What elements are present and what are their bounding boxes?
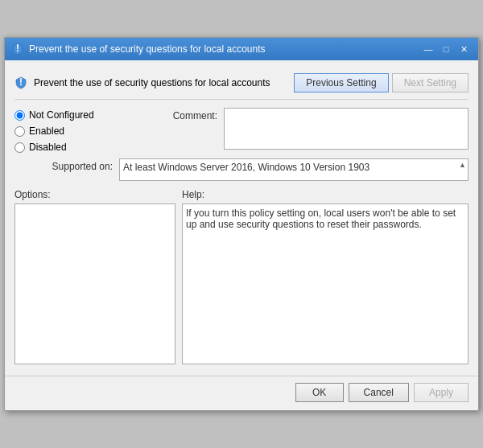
comment-area: Comment: <box>119 108 469 158</box>
radio-not-configured-input[interactable] <box>14 110 25 121</box>
header-bar: ! Prevent the use of security questions … <box>14 67 469 100</box>
radio-not-configured-label: Not Configured <box>29 109 94 121</box>
title-bar-left: ! Prevent the use of security questions … <box>11 43 266 55</box>
minimize-button[interactable]: — <box>420 42 436 56</box>
supported-text: At least Windows Server 2016, Windows 10… <box>123 162 369 173</box>
help-title: Help: <box>182 189 469 200</box>
previous-setting-button[interactable]: Previous Setting <box>294 73 388 92</box>
supported-value: At least Windows Server 2016, Windows 10… <box>119 158 469 181</box>
comment-box <box>224 108 469 152</box>
cancel-button[interactable]: Cancel <box>349 383 409 402</box>
radio-not-configured[interactable]: Not Configured <box>14 109 113 121</box>
title-controls: — □ ✕ <box>420 42 472 56</box>
close-button[interactable]: ✕ <box>456 42 472 56</box>
supported-row: Supported on: At least Windows Server 20… <box>14 158 469 181</box>
supported-label: Supported on: <box>14 158 119 172</box>
options-title: Options: <box>14 189 175 200</box>
comment-row: Comment: <box>119 108 469 152</box>
radio-comment-area: Not Configured Enabled Disabled Comment: <box>14 108 469 158</box>
help-text: If you turn this policy setting on, loca… <box>186 208 456 230</box>
next-setting-button[interactable]: Next Setting <box>392 73 469 92</box>
left-panel: Not Configured Enabled Disabled <box>14 108 119 158</box>
svg-text:!: ! <box>19 76 23 88</box>
radio-group: Not Configured Enabled Disabled <box>14 109 113 153</box>
header-title-area: ! Prevent the use of security questions … <box>14 76 294 89</box>
svg-text:!: ! <box>16 43 19 54</box>
footer: OK Cancel Apply <box>5 376 478 410</box>
radio-enabled[interactable]: Enabled <box>14 125 113 137</box>
window-title: Prevent the use of security questions fo… <box>29 43 266 55</box>
options-section: Options: <box>14 189 175 364</box>
options-box <box>14 203 175 364</box>
header-buttons: Previous Setting Next Setting <box>294 73 469 92</box>
comment-label: Comment: <box>119 108 224 121</box>
radio-disabled[interactable]: Disabled <box>14 142 113 153</box>
radio-disabled-input[interactable] <box>14 142 25 153</box>
help-box: If you turn this policy setting on, loca… <box>182 203 469 364</box>
radio-enabled-label: Enabled <box>29 125 64 137</box>
header-title-text: Prevent the use of security questions fo… <box>34 77 270 88</box>
main-window: ! Prevent the use of security questions … <box>4 37 479 411</box>
title-bar: ! Prevent the use of security questions … <box>5 38 478 60</box>
header-shield-icon: ! <box>14 76 27 89</box>
radio-disabled-label: Disabled <box>29 142 67 153</box>
comment-textarea[interactable] <box>224 108 469 150</box>
help-section: Help: If you turn this policy setting on… <box>182 189 469 364</box>
ok-button[interactable]: OK <box>295 383 344 402</box>
window-icon: ! <box>11 43 24 55</box>
scroll-up-icon: ▲ <box>459 161 466 169</box>
apply-button[interactable]: Apply <box>414 383 469 402</box>
dialog-content: ! Prevent the use of security questions … <box>5 60 478 374</box>
radio-enabled-input[interactable] <box>14 126 25 137</box>
maximize-button[interactable]: □ <box>438 42 454 56</box>
bottom-panels: Options: Help: If you turn this policy s… <box>14 189 469 364</box>
